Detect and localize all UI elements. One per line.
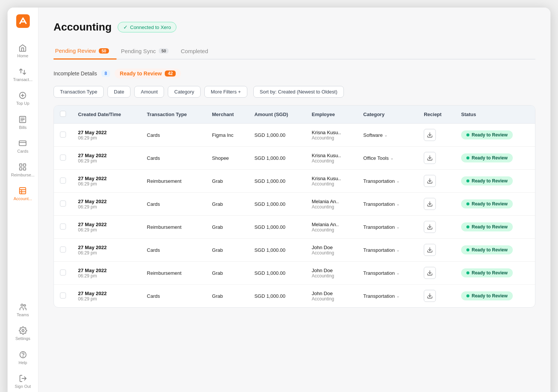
row-amount-cell: SGD 1,000.00 (248, 262, 306, 285)
row-type-cell: Cards (141, 124, 206, 147)
sidebar-item-reimburse[interactable]: Reimburse... (11, 159, 34, 181)
row-amount-cell: SGD 1,000.00 (248, 124, 306, 147)
svg-point-20 (22, 330, 24, 332)
sidebar-item-teams[interactable]: Teams (15, 299, 31, 321)
row-merchant-cell: Shopee (206, 147, 248, 170)
row-receipt-cell[interactable] (418, 147, 455, 170)
row-date: 27 May 2022 (78, 153, 135, 158)
ready-to-review-filter[interactable]: Ready to Review 42 (115, 69, 181, 78)
filter-btn-amount[interactable]: Amount (134, 86, 164, 98)
row-category-cell[interactable]: Transportation ⌄ (357, 193, 418, 216)
transactions-table: Created Date/Time Transaction Type Merch… (54, 106, 535, 307)
receipt-icon[interactable] (424, 152, 436, 164)
row-checkbox[interactable] (60, 292, 66, 299)
row-category-cell[interactable]: Transportation ⌄ (357, 216, 418, 239)
sort-button[interactable]: Sort by: Created (Newest to Oldest) (253, 86, 344, 98)
row-category-dropdown[interactable]: Transportation ⌄ (363, 224, 412, 230)
filter-btn-date[interactable]: Date (107, 86, 130, 98)
row-checkbox[interactable] (60, 201, 66, 207)
incomplete-count: 8 (101, 70, 110, 77)
sidebar: Home Transact... Top Up Bills (8, 8, 38, 392)
row-receipt-cell[interactable] (418, 262, 455, 285)
row-checkbox-cell[interactable] (54, 147, 72, 170)
row-category-cell[interactable]: Transportation ⌄ (357, 239, 418, 262)
reimburse-icon (18, 163, 27, 171)
sidebar-item-home[interactable]: Home (11, 40, 34, 62)
app-logo[interactable] (16, 14, 30, 29)
filter-btn-more-filters[interactable]: More Filters + (204, 86, 247, 98)
row-type-cell: Reimbursement (141, 216, 206, 239)
row-merchant-cell: Figma Inc (206, 124, 248, 147)
row-merchant-cell: Grab (206, 262, 248, 285)
row-checkbox[interactable] (60, 270, 66, 276)
row-receipt-cell[interactable] (418, 239, 455, 262)
row-receipt-cell[interactable] (418, 124, 455, 147)
receipt-icon[interactable] (424, 175, 436, 187)
status-badge: Ready to Review (461, 291, 513, 300)
row-checkbox-cell[interactable] (54, 193, 72, 216)
row-checkbox-cell[interactable] (54, 170, 72, 193)
row-employee-name: John Doe (312, 291, 351, 296)
sidebar-item-topup[interactable]: Top Up (11, 87, 34, 110)
row-category-cell[interactable]: Office Tools ⌄ (357, 147, 418, 170)
row-receipt-cell[interactable] (418, 285, 455, 308)
tab-pending-sync[interactable]: Pending Sync 50 (120, 44, 176, 59)
table-row: 27 May 2022 06:29 pm Reimbursement Grab … (54, 262, 535, 285)
row-checkbox[interactable] (60, 247, 66, 253)
tab-pending-review-label: Pending Review (55, 47, 96, 54)
row-category-dropdown[interactable]: Office Tools ⌄ (363, 155, 412, 161)
row-category-cell[interactable]: Transportation ⌄ (357, 285, 418, 308)
receipt-icon[interactable] (424, 244, 436, 256)
row-receipt-cell[interactable] (418, 193, 455, 216)
sidebar-item-help[interactable]: Help (15, 347, 31, 369)
sidebar-item-cards[interactable]: Cards (11, 135, 34, 158)
row-checkbox-cell[interactable] (54, 239, 72, 262)
status-dot (466, 202, 469, 205)
row-receipt-cell[interactable] (418, 216, 455, 239)
tab-completed[interactable]: Completed (179, 44, 216, 59)
status-dot (466, 156, 469, 159)
filter-btn-category[interactable]: Category (168, 86, 201, 98)
receipt-icon[interactable] (424, 198, 436, 210)
row-category-cell[interactable]: Transportation ⌄ (357, 170, 418, 193)
row-category-dropdown[interactable]: Software ⌄ (363, 132, 412, 138)
row-category-dropdown[interactable]: Transportation ⌄ (363, 247, 412, 253)
row-category-cell[interactable]: Transportation ⌄ (357, 262, 418, 285)
row-checkbox-cell[interactable] (54, 124, 72, 147)
sidebar-item-transactions[interactable]: Transact... (11, 64, 34, 86)
row-checkbox[interactable] (60, 178, 66, 184)
sidebar-item-bills[interactable]: Bills (11, 112, 34, 134)
receipt-icon[interactable] (424, 290, 436, 302)
filter-btn-transaction-type[interactable]: Transaction Type (54, 86, 104, 98)
receipt-icon[interactable] (424, 221, 436, 233)
row-category-dropdown[interactable]: Transportation ⌄ (363, 178, 412, 184)
cards-icon (18, 139, 27, 147)
row-date: 27 May 2022 (78, 222, 135, 227)
row-receipt-cell[interactable] (418, 170, 455, 193)
row-employee-cell: John Doe Accounting (306, 239, 357, 262)
row-employee-cell: Krisna Kusu.. Accounting (306, 147, 357, 170)
row-checkbox[interactable] (60, 155, 66, 161)
row-checkbox-cell[interactable] (54, 285, 72, 308)
chevron-down-icon: ⌄ (384, 133, 388, 138)
row-checkbox-cell[interactable] (54, 262, 72, 285)
row-merchant-cell: Grab (206, 239, 248, 262)
signout-icon (19, 374, 27, 383)
row-checkbox-cell[interactable] (54, 216, 72, 239)
row-category-dropdown[interactable]: Transportation ⌄ (363, 293, 412, 299)
sidebar-item-settings[interactable]: Settings (15, 323, 31, 345)
row-checkbox[interactable] (60, 224, 66, 230)
receipt-icon[interactable] (424, 267, 436, 279)
svg-point-18 (21, 304, 23, 306)
row-category-cell[interactable]: Software ⌄ (357, 124, 418, 147)
header-checkbox[interactable] (60, 111, 66, 117)
row-category-dropdown[interactable]: Transportation ⌄ (363, 201, 412, 207)
receipt-icon[interactable] (424, 129, 436, 141)
row-type-cell: Cards (141, 239, 206, 262)
th-receipt: Reciept (418, 106, 455, 124)
row-checkbox[interactable] (60, 132, 66, 138)
row-category-dropdown[interactable]: Transportation ⌄ (363, 270, 412, 276)
sidebar-item-signout[interactable]: Sign Out (15, 371, 31, 392)
tab-pending-review[interactable]: Pending Review 50 (54, 44, 117, 60)
sidebar-item-accounting[interactable]: Account... (11, 183, 34, 205)
